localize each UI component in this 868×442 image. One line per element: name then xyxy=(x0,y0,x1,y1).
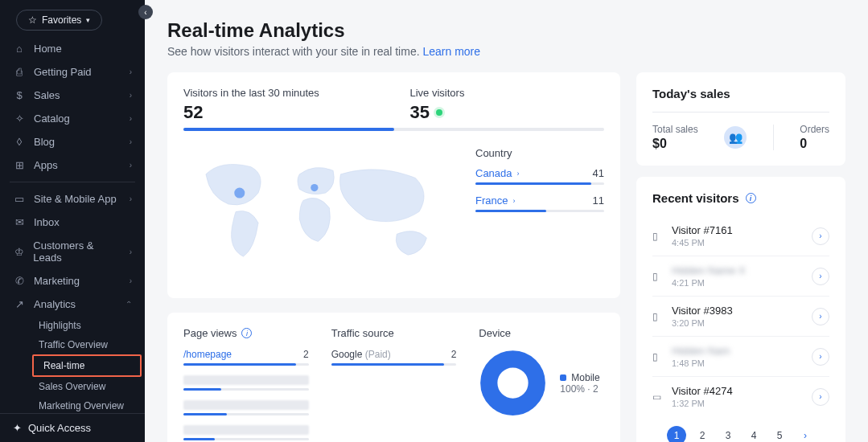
country-header: Country xyxy=(475,147,604,159)
traffic-header: Traffic source xyxy=(331,327,457,339)
visitors-30min-value: 52 xyxy=(183,102,378,123)
page-title: Real-time Analytics xyxy=(167,19,845,42)
chevron-right-icon: › xyxy=(130,91,132,100)
info-icon[interactable]: i xyxy=(746,193,756,203)
nav-item-customers-leads[interactable]: ♔Customers & Leads› xyxy=(0,234,145,269)
learn-more-link[interactable]: Learn more xyxy=(422,45,480,58)
page-5[interactable]: 5 xyxy=(770,426,789,442)
nav-item-home[interactable]: ⌂Home xyxy=(0,37,145,60)
device-icon: ▭ xyxy=(652,391,664,403)
nav-item-analytics[interactable]: ↗Analytics⌃ xyxy=(0,293,145,316)
traffic-row[interactable]: Google (Paid)2 xyxy=(331,349,457,360)
breakdown-card: Page viewsi /homepage2 Traffic source Go… xyxy=(167,313,620,442)
collapse-sidebar-button[interactable]: ‹ xyxy=(138,5,153,19)
nav: ⌂Home⎙Getting Paid›$Sales›✧Catalog›◊Blog… xyxy=(0,37,145,413)
orders-label: Orders xyxy=(800,124,829,135)
nav-item-marketing[interactable]: ✆Marketing› xyxy=(0,269,145,293)
nav-item-inbox[interactable]: ✉Inbox xyxy=(0,211,145,234)
pageview-row[interactable]: /homepage2 xyxy=(183,349,309,360)
nav-icon: ✧ xyxy=(13,113,26,125)
subnav-real-time[interactable]: Real-time xyxy=(34,356,140,375)
quick-access-label: Quick Access xyxy=(28,422,91,434)
nav-icon: $ xyxy=(13,89,26,101)
nav-icon: ↗ xyxy=(13,298,26,310)
device-donut-chart xyxy=(479,349,547,417)
nav-divider xyxy=(10,182,135,182)
stat-tabs[interactable] xyxy=(183,128,604,131)
subnav-marketing-overview[interactable]: Marketing Overview xyxy=(29,396,145,413)
page-1[interactable]: 1 xyxy=(667,426,686,442)
page-next[interactable]: › xyxy=(796,426,815,442)
sales-title: Today's sales xyxy=(652,87,829,100)
world-map[interactable] xyxy=(183,147,453,284)
legend-dot-icon xyxy=(560,374,566,381)
nav-icon: ▭ xyxy=(13,193,26,205)
visitor-row[interactable]: ▯Hidden Name X4:21 PM› xyxy=(652,256,829,297)
nav-icon: ✉ xyxy=(13,216,26,228)
quick-access-button[interactable]: ✦ Quick Access xyxy=(0,413,145,442)
nav-icon: ⎙ xyxy=(13,66,26,78)
nav-item-getting-paid[interactable]: ⎙Getting Paid› xyxy=(0,60,145,84)
chevron-right-icon: › xyxy=(130,161,132,170)
country-row[interactable]: Canada›41 xyxy=(475,167,604,179)
live-visitors-value: 35 xyxy=(410,102,605,123)
page-3[interactable]: 3 xyxy=(718,426,738,442)
chevron-right-icon: › xyxy=(130,194,132,203)
subnav-traffic-overview[interactable]: Traffic Overview xyxy=(29,335,145,354)
orders-value: 0 xyxy=(800,137,829,151)
svg-point-0 xyxy=(489,359,537,407)
sales-icon: 👥 xyxy=(724,126,747,149)
chevron-right-icon: › xyxy=(812,388,829,406)
chevron-right-icon: › xyxy=(812,227,829,245)
map-marker-france xyxy=(311,184,318,191)
chevron-right-icon: › xyxy=(130,114,132,123)
nav-item-catalog[interactable]: ✧Catalog› xyxy=(0,107,145,130)
nav-icon: ♔ xyxy=(13,246,25,258)
device-icon: ▯ xyxy=(652,311,664,322)
subnav-highlights[interactable]: Highlights xyxy=(29,316,145,335)
subnav-sales-overview[interactable]: Sales Overview xyxy=(29,377,145,396)
visitors-30min-label: Visitors in the last 30 minutes xyxy=(183,87,378,99)
nav-icon: ⊞ xyxy=(13,159,26,171)
device-icon: ▯ xyxy=(652,351,664,362)
device-col: Device Mobile 100% · 2 xyxy=(479,327,604,442)
nav-icon: ⌂ xyxy=(13,43,26,55)
visitor-row[interactable]: ▯Hidden Nam1:48 PM› xyxy=(652,337,829,377)
nav-item-apps[interactable]: ⊞Apps› xyxy=(0,153,145,177)
country-list: Country Canada›41France›11 xyxy=(475,147,604,284)
nav-item-site-mobile-app[interactable]: ▭Site & Mobile App› xyxy=(0,187,145,211)
live-indicator-icon xyxy=(436,109,442,116)
sidebar: ‹ ☆ Favorites ▾ ⌂Home⎙Getting Paid›$Sale… xyxy=(0,0,145,442)
nav-icon: ◊ xyxy=(13,136,26,148)
visitor-row[interactable]: ▭Visitor #42741:32 PM› xyxy=(652,377,829,416)
realtime-card: Visitors in the last 30 minutes 52 Live … xyxy=(167,72,620,298)
chevron-right-icon: › xyxy=(130,276,132,285)
star-icon: ☆ xyxy=(28,14,37,26)
chevron-right-icon: › xyxy=(812,268,829,285)
traffic-col: Traffic source Google (Paid)2 xyxy=(331,327,457,442)
chevron-right-icon: › xyxy=(130,68,132,76)
sales-card: Today's sales Total sales $0 👥 Orders 0 xyxy=(636,72,845,166)
page-2[interactable]: 2 xyxy=(693,426,712,442)
map-marker-canada xyxy=(234,188,245,198)
nav-item-blog[interactable]: ◊Blog› xyxy=(0,130,145,153)
device-icon: ▯ xyxy=(652,231,664,242)
visitor-row[interactable]: ▯Visitor #39833:20 PM› xyxy=(652,297,829,337)
page-4[interactable]: 4 xyxy=(744,426,763,442)
country-row[interactable]: France›11 xyxy=(475,194,604,207)
visitor-row[interactable]: ▯Visitor #71614:45 PM› xyxy=(652,216,829,256)
live-visitors-label: Live visitors xyxy=(410,87,605,99)
chevron-up-icon: ⌃ xyxy=(125,300,132,309)
main-content: Real-time Analytics See how visitors int… xyxy=(145,0,868,442)
chevron-right-icon: › xyxy=(130,248,132,256)
favorites-button[interactable]: ☆ Favorites ▾ xyxy=(16,10,102,31)
nav-item-sales[interactable]: $Sales› xyxy=(0,84,145,107)
pagination: 12345› xyxy=(652,426,829,442)
pageviews-col: Page viewsi /homepage2 xyxy=(183,327,309,442)
favorites-label: Favorites xyxy=(42,14,81,26)
device-icon: ▯ xyxy=(652,271,664,282)
info-icon[interactable]: i xyxy=(241,328,252,338)
chevron-down-icon: ▾ xyxy=(86,16,90,24)
pageviews-header: Page views xyxy=(183,327,237,339)
recent-visitors-card: Recent visitorsi ▯Visitor #71614:45 PM›▯… xyxy=(636,177,845,442)
